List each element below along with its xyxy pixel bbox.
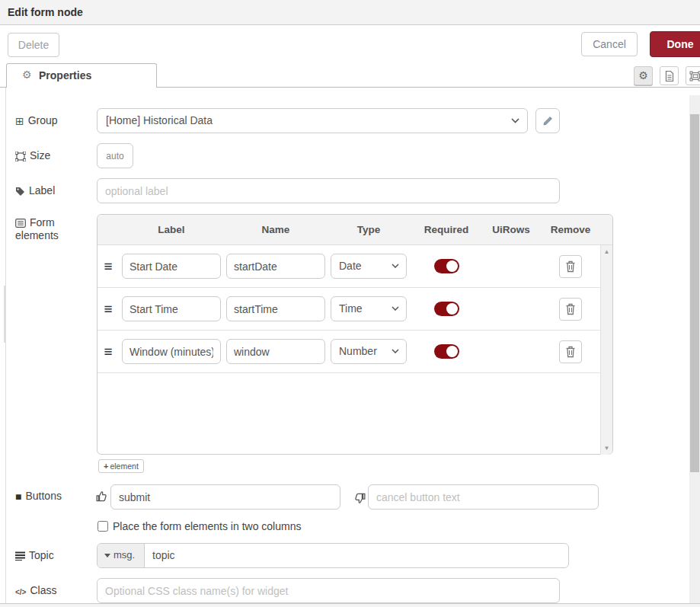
square-icon: ■ [15,490,21,503]
left-gutter [0,88,6,603]
chevron-down-icon [511,118,519,123]
edit-group-button[interactable] [535,108,560,133]
appearance-button[interactable] [686,66,700,85]
thumbs-down-icon [353,492,366,504]
col-remove: Remove [539,224,602,235]
trash-icon [565,260,576,273]
done-button[interactable]: Done [650,31,700,57]
topic-type-label: msg. [113,549,135,561]
required-toggle[interactable] [434,302,459,316]
remove-element-button[interactable] [559,340,582,363]
page-scrollbar-thumb[interactable] [690,114,699,472]
required-toggle[interactable] [434,259,459,273]
form-elements-header: Label Name Type Required UiRows Remove [97,215,612,245]
col-name: Name [224,224,328,235]
tab-properties[interactable]: ⚙ Properties [6,63,157,88]
caret-down-icon [104,554,110,557]
thumbs-up-icon [96,490,108,503]
cancel-button[interactable]: Cancel [581,32,638,56]
object-group-icon [15,150,26,162]
form-elements-field-label: Form elements [15,216,59,241]
element-label-input[interactable] [122,254,221,279]
element-label-input[interactable] [122,296,221,321]
dialog-title: Edit form node [8,0,83,24]
cancel-button-input[interactable] [368,484,599,510]
form-element-row: ≡ Date [97,245,600,288]
toggle-knob [446,303,458,315]
required-toggle[interactable] [434,344,459,359]
align-lines-icon [15,550,25,562]
remove-element-button[interactable] [559,255,582,278]
drag-handle-icon[interactable]: ≡ [104,301,112,318]
trash-icon [565,303,576,315]
trash-icon [565,346,576,358]
element-type-select[interactable]: Date [331,254,407,279]
form-elements-list: ≡ Date [97,245,600,455]
gear-icon: ⚙ [638,69,648,81]
scroll-up-icon[interactable]: ▲ [601,248,612,255]
form-elements-scrollbar[interactable]: ▲ ▼ [600,245,612,455]
form-elements-table: Label Name Type Required UiRows Remove ≡… [97,214,613,455]
tab-bar: ⚙ Properties ⚙ [0,63,700,88]
add-element-button[interactable]: +element [98,459,144,473]
element-name-input[interactable] [226,296,325,321]
class-field-label: </>Class [15,584,56,596]
edit-properties-button[interactable]: ⚙ [634,66,653,85]
buttons-field-label: ■Buttons [15,490,62,503]
topic-value[interactable]: topic [152,549,175,561]
description-button[interactable] [660,66,679,85]
dialog-footer [0,603,700,607]
plus-icon: + [104,462,108,471]
delete-button[interactable]: Delete [8,33,59,57]
element-type-select[interactable]: Time [331,296,407,321]
chevron-down-icon [392,306,399,311]
label-input[interactable] [97,178,560,203]
group-field-label: ⊞Group [15,114,58,127]
scroll-down-icon[interactable]: ▼ [601,445,612,452]
topic-field-label: Topic [15,549,54,562]
class-input[interactable] [97,578,560,603]
form-element-row: ≡ Number [97,331,600,373]
chevron-down-icon [392,349,399,353]
remove-element-button[interactable] [559,298,582,321]
dialog-header: Edit form node [0,0,700,25]
element-type-select[interactable]: Number [331,339,407,364]
toggle-knob [446,260,458,272]
edit-form-node-dialog: Edit form node Delete Cancel Done ⚙ Prop… [0,0,700,607]
action-button-bar: Delete Cancel Done [0,25,700,63]
tag-icon [15,185,25,197]
col-type: Type [328,224,410,235]
tab-properties-label: Properties [39,69,91,81]
element-label-input[interactable] [122,339,221,364]
page-scrollbar[interactable] [689,95,700,603]
col-label: Label [119,224,224,235]
form-element-row: ≡ Time [97,288,600,331]
label-field-label: Label [15,184,55,197]
topic-typed-input: msg. topic [97,543,569,568]
element-name-input[interactable] [226,254,325,279]
element-name-input[interactable] [226,339,325,364]
group-select[interactable]: [Home] Historical Data [97,108,528,133]
topic-type-button[interactable]: msg. [97,544,145,567]
gear-icon: ⚙ [22,69,32,81]
group-select-value: [Home] Historical Data [106,114,213,126]
size-auto-button[interactable]: auto [97,143,133,168]
drag-handle-icon[interactable]: ≡ [104,258,112,275]
two-columns-label[interactable]: Place the form elements in two columns [113,520,301,532]
list-alt-icon [15,217,26,229]
col-uirows: UiRows [483,224,539,235]
submit-button-input[interactable] [110,484,340,510]
col-required: Required [410,224,483,235]
two-columns-checkbox[interactable] [97,521,108,532]
size-field-label: Size [15,149,50,162]
gutter-grip[interactable] [4,286,6,343]
code-icon: </> [15,588,26,596]
table-icon: ⊞ [15,115,24,127]
chevron-down-icon [392,264,399,268]
drag-handle-icon[interactable]: ≡ [104,343,112,360]
toggle-knob [446,346,458,357]
